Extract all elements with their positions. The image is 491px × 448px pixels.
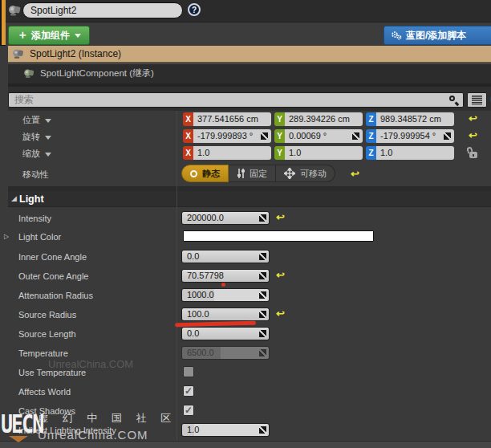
reset-source-radius-icon[interactable]: ↩: [276, 308, 285, 320]
drag-handle-icon[interactable]: [261, 132, 268, 140]
scale-values: X 1.0 Y 1.0 Z 1.0: [183, 146, 454, 160]
location-x-input[interactable]: 377.541656 cm: [193, 112, 271, 126]
drag-handle-icon[interactable]: [259, 291, 266, 299]
spotlight-icon: [7, 3, 22, 18]
drag-handle-icon[interactable]: [259, 272, 266, 279]
temperature-input: 6500.0: [181, 346, 270, 360]
gears-icon: [391, 31, 402, 40]
search-icon: [449, 96, 458, 104]
intensity-label: Intensity: [18, 214, 51, 223]
x-axis-tab: X: [183, 112, 193, 126]
plus-icon: ＋: [17, 28, 28, 43]
rotation-values: X -179.999893 ° Y 0.00069 ° Z -179.99995…: [183, 129, 454, 143]
tab-accent-bar: [2, 0, 6, 45]
source-radius-label: Source Radius: [18, 310, 76, 320]
location-z-input[interactable]: 989.348572 cm: [376, 112, 454, 126]
rotation-y-input[interactable]: 0.00069 °: [285, 129, 363, 143]
light-color-expander-icon[interactable]: ▷: [4, 233, 9, 240]
use-temperature-checkbox[interactable]: ✓: [183, 366, 194, 377]
rotation-label[interactable]: 旋转: [22, 131, 51, 143]
scale-z-input[interactable]: 1.0: [376, 146, 454, 160]
location-y-input[interactable]: 289.394226 cm: [285, 112, 363, 126]
static-icon: [190, 170, 197, 177]
y-axis-tab: Y: [274, 146, 285, 160]
x-axis-tab: X: [183, 129, 193, 143]
intensity-input[interactable]: 200000.0: [181, 211, 270, 225]
chevron-down-icon: [75, 34, 81, 38]
reset-intensity-icon[interactable]: ↩: [276, 212, 285, 223]
title-bar: SpotLight2 ?: [0, 0, 491, 22]
outer-cone-angle-label: Outer Cone Angle: [18, 271, 88, 281]
component-toolbar: ＋ 添加组件 蓝图/添加脚本: [0, 22, 491, 46]
affects-world-label: Affects World: [18, 387, 71, 397]
chevron-down-icon: [45, 119, 51, 123]
rotation-z-input[interactable]: -179.999954 °: [376, 129, 454, 143]
blueprint-add-script-button[interactable]: 蓝图/添加脚本: [383, 26, 491, 45]
scale-x-input[interactable]: 1.0: [193, 146, 271, 160]
category-title: Light: [19, 193, 44, 205]
source-length-label: Source Length: [18, 329, 76, 339]
grid-icon: [471, 95, 483, 105]
light-category-header[interactable]: ◢ Light: [8, 191, 491, 207]
watermark-faint: UnrealChina.COM: [48, 358, 133, 370]
scale-y-input[interactable]: 1.0: [285, 146, 363, 160]
reset-outer-cone-icon[interactable]: ↩: [276, 270, 285, 281]
affects-world-checkbox[interactable]: ✓: [183, 385, 194, 397]
y-axis-tab: Y: [274, 129, 285, 143]
reset-mobility-icon[interactable]: ↩: [351, 169, 359, 180]
view-options-grid-button[interactable]: [467, 92, 487, 108]
entity-name-input[interactable]: SpotLight2: [22, 2, 183, 18]
location-label[interactable]: 位置: [22, 114, 51, 126]
category-expanded-icon: ◢: [11, 194, 17, 202]
spotlight-icon: [11, 47, 25, 60]
drag-handle-icon[interactable]: [259, 426, 266, 434]
reset-location-icon[interactable]: ↩: [469, 113, 477, 124]
drag-handle-icon[interactable]: [259, 214, 266, 222]
light-color-swatch[interactable]: [183, 230, 374, 242]
temperature-label: Temperature: [18, 348, 68, 358]
indirect-lighting-intensity-input[interactable]: 1.0: [181, 423, 270, 437]
scale-label[interactable]: 缩放: [22, 148, 51, 160]
drag-handle-icon[interactable]: [259, 311, 266, 318]
attenuation-radius-label: Attenuation Radius: [18, 291, 93, 300]
drag-handle-icon[interactable]: [259, 253, 266, 260]
mobility-static-button[interactable]: 静态: [181, 165, 229, 182]
spotlight-component-icon: [22, 67, 35, 79]
inner-cone-angle-input[interactable]: 0.0: [181, 250, 270, 263]
outer-cone-angle-input[interactable]: 70.57798: [181, 269, 270, 283]
drag-handle-icon[interactable]: [444, 132, 451, 140]
attenuation-radius-input[interactable]: 1000.0: [181, 288, 270, 302]
lock-icon[interactable]: [467, 147, 477, 159]
tree-row-component[interactable]: SpotLightComponent (继承): [22, 67, 154, 79]
mobility-stationary-button[interactable]: 固定: [229, 165, 276, 182]
search-input[interactable]: 搜索: [8, 92, 464, 108]
mobility-label: 移动性: [22, 169, 49, 181]
x-axis-tab: X: [183, 146, 193, 160]
inner-cone-angle-label: Inner Cone Angle: [18, 252, 87, 262]
chevron-down-icon: [45, 153, 51, 157]
annotation-red-dot: [221, 283, 225, 287]
column-splitter[interactable]: [177, 111, 177, 441]
source-radius-input[interactable]: 100.0: [181, 307, 270, 321]
rotation-x-input[interactable]: -179.999893 °: [193, 129, 271, 143]
watermark-site-text: UnrealChina.COM: [38, 428, 148, 442]
mobility-movable-button[interactable]: 可移动: [276, 165, 335, 182]
component-label: SpotLightComponent (继承): [40, 67, 154, 79]
blueprint-label: 蓝图/添加脚本: [406, 29, 466, 43]
instance-label: SpotLight2 (Instance): [30, 48, 121, 59]
add-component-button[interactable]: ＋ 添加组件: [8, 26, 90, 45]
mobility-segmented-control: 静态 固定 可移动: [181, 165, 335, 182]
reset-rotation-icon[interactable]: ↩: [469, 130, 477, 141]
cast-shadows-checkbox[interactable]: ✓: [183, 405, 194, 416]
drag-handle-icon[interactable]: [259, 330, 266, 337]
search-placeholder: 搜索: [14, 94, 34, 105]
tree-row-instance[interactable]: SpotLight2 (Instance): [8, 46, 491, 63]
z-axis-tab: Z: [366, 129, 376, 143]
add-component-label: 添加组件: [31, 29, 70, 43]
move-arrows-icon: [284, 168, 295, 179]
tree-child-area: SpotLightComponent (继承): [8, 63, 491, 83]
help-icon[interactable]: ?: [188, 3, 201, 16]
drag-handle-icon[interactable]: [352, 132, 359, 140]
watermark-community-text: 虚 幻 中 国 社 区: [38, 411, 177, 426]
source-length-input[interactable]: 0.0: [181, 327, 270, 340]
